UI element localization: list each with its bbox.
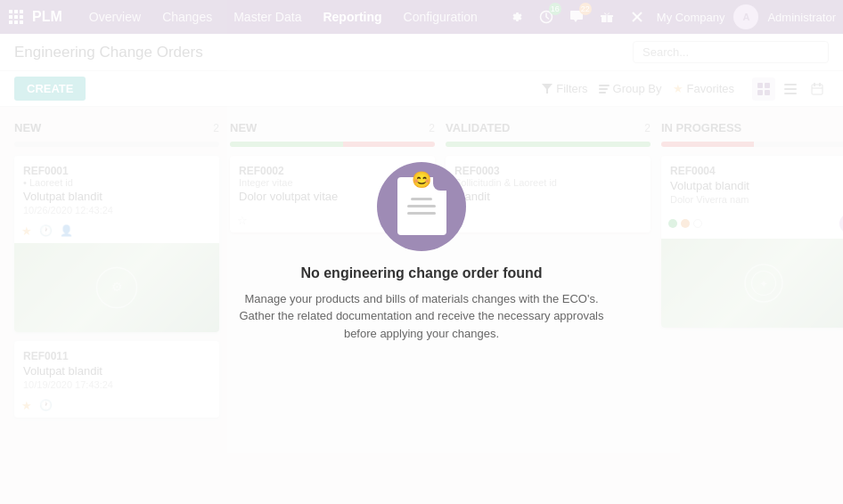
card-title: Volutpat blandit: [670, 179, 843, 192]
column-header-inprogress: In Progress 2: [661, 121, 843, 134]
kanban-view-icon[interactable]: [752, 77, 775, 101]
clock-badge: 16: [549, 3, 561, 15]
column-title-validated: VALIDATED: [446, 121, 510, 134]
card-tag: • Laoreet id: [23, 177, 210, 188]
list-view-icon[interactable]: [779, 77, 802, 101]
nav-overview[interactable]: Overview: [80, 6, 150, 28]
nav-configuration[interactable]: Configuration: [395, 6, 487, 28]
column-header-new2: New 2: [230, 121, 435, 134]
column-title-inprogress: In Progress: [661, 121, 741, 134]
card-actions: ☆: [230, 210, 435, 232]
dot-green: [668, 219, 677, 228]
card-action-icons: ☆: [453, 214, 463, 227]
card-body: REF0004 Volutpat blandit Dolor Viverra n…: [661, 156, 843, 210]
card-ref: REF0001: [23, 165, 210, 177]
svg-rect-6: [9, 20, 12, 24]
card-actions: ★ 🕐: [14, 395, 219, 418]
card-title: Dolor volutpat vitae: [239, 190, 426, 203]
bar-segment-green: [230, 142, 343, 147]
card-body: REF0011 Volutpat blandit 10/19/2020 17:4…: [14, 341, 219, 395]
groupby-label: Group By: [613, 82, 662, 95]
messages-icon[interactable]: 22: [566, 6, 587, 28]
svg-rect-2: [20, 10, 23, 13]
toolbar-actions: Filters Group By ★ Favorites: [542, 77, 829, 101]
app-grid-icon[interactable]: [7, 8, 25, 26]
star-icon[interactable]: ☆: [237, 214, 248, 227]
nav-right: 16 22 My Company A Administrator: [505, 4, 836, 29]
card-image: ✦: [661, 239, 843, 328]
svg-rect-8: [20, 20, 23, 24]
card-action-icons: ☆: [237, 214, 248, 227]
search-input[interactable]: [633, 41, 829, 63]
filters-label: Filters: [556, 82, 587, 95]
star-icon[interactable]: ★: [21, 399, 32, 412]
svg-rect-3: [9, 15, 12, 19]
svg-rect-22: [765, 90, 770, 95]
company-name: My Company: [657, 11, 725, 24]
card-title: Blandit: [454, 190, 642, 203]
svg-text:✦: ✦: [759, 278, 768, 290]
card-ref: REF0011: [23, 350, 210, 362]
column-count-new2: 2: [429, 122, 435, 134]
card-action-icons: ★ 🕐: [21, 399, 53, 412]
nav-master-data[interactable]: Master Data: [225, 6, 310, 28]
column-bar-validated: [446, 142, 651, 147]
card-date: 10/19/2020 17:43:24: [23, 379, 210, 390]
nav-changes[interactable]: Changes: [153, 6, 221, 28]
column-count-new: 2: [213, 122, 219, 134]
card-title: Volutpat blandit: [23, 190, 210, 203]
star-icon[interactable]: ☆: [453, 214, 463, 227]
toolbar: CREATE Filters Group By ★ Favorites: [0, 71, 843, 107]
close-icon[interactable]: [626, 6, 648, 28]
card-body: REF0002 Integer vitae Dolor volutpat vit…: [230, 156, 435, 210]
column-inprogress: In Progress 2 REF0004 Volutpat blandit D…: [661, 121, 843, 490]
svg-rect-7: [14, 20, 18, 24]
gift-icon[interactable]: [596, 6, 618, 28]
card-ref: REF0002: [239, 165, 426, 177]
card-tag: Integer vitae: [239, 177, 426, 188]
star-icon[interactable]: ★: [21, 224, 32, 238]
bar-segment-red: [661, 142, 754, 147]
svg-rect-18: [599, 92, 606, 93]
nav-reporting[interactable]: Reporting: [314, 6, 390, 28]
svg-rect-26: [812, 85, 823, 94]
messages-badge: 22: [579, 3, 592, 15]
bar-segment-gray: [754, 142, 844, 147]
sub-header: Engineering Change Orders: [0, 34, 843, 71]
card-actions: ☆: [446, 210, 651, 232]
settings-icon[interactable]: [505, 6, 527, 28]
card-actions: A: [661, 210, 843, 239]
kanban-card[interactable]: REF0001 • Laoreet id Volutpat blandit 10…: [14, 156, 219, 332]
dot-empty: [693, 219, 702, 228]
clock-icon[interactable]: 16: [536, 6, 557, 28]
app-logo: PLM: [32, 9, 62, 25]
create-button[interactable]: CREATE: [14, 77, 86, 101]
kanban-card[interactable]: REF0002 Integer vitae Dolor volutpat vit…: [230, 156, 435, 232]
kanban-card[interactable]: REF0003 Sollicitudin & Laoreet id Blandi…: [446, 156, 651, 232]
status-dots: [668, 219, 702, 228]
kanban-card[interactable]: REF0011 Volutpat blandit 10/19/2020 17:4…: [14, 341, 219, 418]
svg-rect-16: [599, 85, 610, 86]
svg-marker-15: [542, 84, 552, 93]
column-bar-new: [14, 142, 219, 147]
favorites-action[interactable]: ★ Favorites: [673, 82, 734, 95]
card-ref: REF0004: [670, 165, 843, 177]
clock-card-icon: 🕐: [39, 224, 53, 238]
card-actions: ★ 🕐 👤: [14, 221, 219, 243]
svg-rect-24: [784, 88, 797, 90]
svg-rect-21: [757, 90, 763, 95]
column-title-new2: New: [230, 121, 257, 134]
filters-action[interactable]: Filters: [542, 82, 587, 95]
column-title-new: NEW: [14, 121, 41, 134]
svg-rect-5: [20, 15, 23, 19]
calendar-view-icon[interactable]: [806, 77, 829, 101]
card-body: REF0003 Sollicitudin & Laoreet id Blandi…: [446, 156, 651, 210]
card-date: 10/26/2020 12:43:24: [23, 205, 210, 215]
favorites-label: Favorites: [687, 82, 734, 95]
groupby-action[interactable]: Group By: [599, 82, 662, 95]
card-tag: Sollicitudin & Laoreet id: [454, 177, 642, 188]
svg-rect-0: [9, 10, 12, 13]
svg-rect-23: [784, 84, 797, 85]
avatar[interactable]: A: [733, 4, 758, 29]
kanban-card[interactable]: REF0004 Volutpat blandit Dolor Viverra n…: [661, 156, 843, 328]
